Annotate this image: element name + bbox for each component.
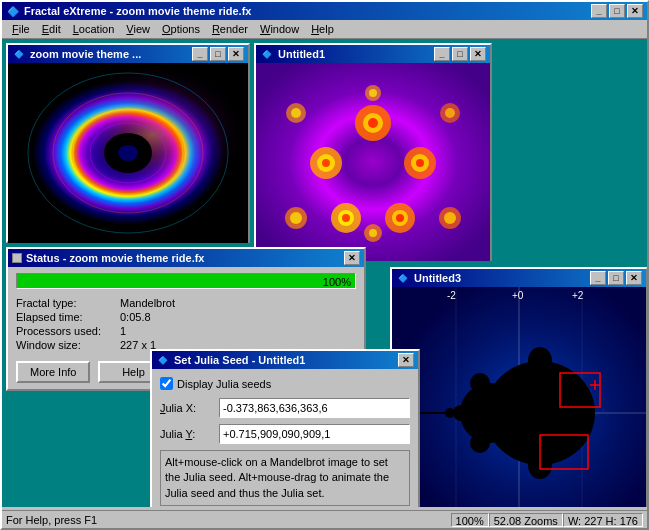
untitled3-controls: _ □ ✕ xyxy=(590,271,642,285)
julia-y-label: Julia Y: xyxy=(160,428,215,440)
menu-view[interactable]: View xyxy=(120,22,156,36)
svg-point-17 xyxy=(416,159,424,167)
untitled1-close[interactable]: ✕ xyxy=(470,47,486,61)
zoom-percent: 100% xyxy=(451,513,489,527)
julia-dialog-close-btn[interactable]: ✕ xyxy=(398,353,414,367)
help-text: For Help, press F1 xyxy=(6,514,97,526)
processors-value: 1 xyxy=(120,325,356,337)
svg-point-11 xyxy=(368,118,378,128)
untitled1-canvas[interactable] xyxy=(256,63,490,261)
untitled1-title-bar: 🔷 Untitled1 _ □ ✕ xyxy=(256,45,490,63)
menu-edit[interactable]: Edit xyxy=(36,22,67,36)
menu-options[interactable]: Options xyxy=(156,22,206,36)
untitled1-minimize[interactable]: _ xyxy=(434,47,450,61)
status-title: Status - zoom movie theme ride.fx xyxy=(26,252,344,264)
zoom-movie-controls: _ □ ✕ xyxy=(192,47,244,61)
zoom-movie-title-bar: 🔷 zoom movie theme ... _ □ ✕ xyxy=(8,45,248,63)
svg-point-31 xyxy=(445,108,455,118)
progress-bar-fill xyxy=(17,274,355,288)
svg-point-20 xyxy=(342,214,350,222)
julia-dialog-controls: ✕ xyxy=(398,353,414,367)
zoom-movie-minimize[interactable]: _ xyxy=(192,47,208,61)
progress-text: 100% xyxy=(323,274,351,290)
svg-text:-2: -2 xyxy=(447,290,456,301)
svg-point-29 xyxy=(291,108,301,118)
main-maximize-button[interactable]: □ xyxy=(609,4,625,18)
zoom-movie-maximize[interactable]: □ xyxy=(210,47,226,61)
progress-bar-container: 100% xyxy=(16,273,356,289)
menu-render[interactable]: Render xyxy=(206,22,254,36)
svg-point-52 xyxy=(445,408,455,418)
status-close[interactable]: ✕ xyxy=(344,251,360,265)
untitled3-title-bar: 🔷 Untitled3 _ □ ✕ xyxy=(392,269,646,287)
menu-bar: File Edit Location View Options Render W… xyxy=(2,20,647,39)
fractal-type-label: Fractal type: xyxy=(16,297,116,309)
untitled3-minimize[interactable]: _ xyxy=(590,271,606,285)
mandelbrot-svg: -2 +0 +2 xyxy=(392,287,646,507)
untitled1-controls: _ □ ✕ xyxy=(434,47,486,61)
svg-point-33 xyxy=(369,229,377,237)
window-size-label: Window size: xyxy=(16,339,116,351)
main-minimize-button[interactable]: _ xyxy=(591,4,607,18)
window-dimensions: W: 227 H: 176 xyxy=(563,513,643,527)
svg-point-46 xyxy=(528,347,552,375)
svg-text:+0: +0 xyxy=(512,290,524,301)
status-icon xyxy=(12,253,22,263)
app-content: 🔷 zoom movie theme ... _ □ ✕ xyxy=(2,39,647,507)
svg-point-23 xyxy=(396,214,404,222)
julia-y-row: Julia Y: xyxy=(160,424,410,444)
svg-text:+2: +2 xyxy=(572,290,584,301)
main-window: 🔷 Fractal eXtreme - zoom movie theme rid… xyxy=(0,0,649,530)
untitled3-maximize[interactable]: □ xyxy=(608,271,624,285)
svg-point-49 xyxy=(470,433,490,453)
svg-point-7 xyxy=(118,145,138,161)
zooms-count: 52.08 Zooms xyxy=(489,513,563,527)
zoom-movie-close[interactable]: ✕ xyxy=(228,47,244,61)
app-icon: 🔷 xyxy=(6,4,20,18)
zoom-movie-window: 🔷 zoom movie theme ... _ □ ✕ xyxy=(6,43,250,243)
untitled3-title: Untitled3 xyxy=(414,272,590,284)
julia-dialog-content: Display Julia seeds Julia X: Julia Y: Al… xyxy=(152,369,418,507)
fractal-type-value: Mandelbrot xyxy=(120,297,356,309)
svg-point-50 xyxy=(453,405,469,421)
untitled1-icon: 🔷 xyxy=(260,47,274,61)
julia-fractal-svg xyxy=(256,63,490,261)
zoom-movie-fractal-svg xyxy=(8,63,248,243)
julia-title-bar: 🔷 Set Julia Seed - Untitled1 ✕ xyxy=(152,351,418,369)
status-info-grid: Fractal type: Mandelbrot Elapsed time: 0… xyxy=(8,293,364,355)
julia-dialog: 🔷 Set Julia Seed - Untitled1 ✕ Display J… xyxy=(150,349,420,507)
julia-y-input[interactable] xyxy=(219,424,410,444)
more-info-button[interactable]: More Info xyxy=(16,361,90,383)
untitled3-canvas[interactable]: -2 +0 +2 xyxy=(392,287,646,507)
untitled3-close[interactable]: ✕ xyxy=(626,271,642,285)
untitled3-window: 🔷 Untitled3 _ □ ✕ xyxy=(390,267,647,507)
main-title: Fractal eXtreme - zoom movie theme ride.… xyxy=(24,5,591,17)
elapsed-value: 0:05.8 xyxy=(120,311,356,323)
display-julia-seeds-label: Display Julia seeds xyxy=(177,378,271,390)
display-julia-seeds-row: Display Julia seeds xyxy=(160,377,410,390)
main-window-controls: _ □ ✕ xyxy=(591,4,643,18)
status-title-bar: Status - zoom movie theme ride.fx ✕ xyxy=(8,249,364,267)
zoom-movie-canvas[interactable] xyxy=(8,63,248,243)
untitled1-title: Untitled1 xyxy=(278,48,434,60)
untitled1-maximize[interactable]: □ xyxy=(452,47,468,61)
menu-help[interactable]: Help xyxy=(305,22,340,36)
julia-x-input[interactable] xyxy=(219,398,410,418)
status-controls: ✕ xyxy=(344,251,360,265)
display-julia-seeds-checkbox[interactable] xyxy=(160,377,173,390)
untitled1-window: 🔷 Untitled1 _ □ ✕ xyxy=(254,43,492,261)
svg-point-14 xyxy=(322,159,330,167)
main-close-button[interactable]: ✕ xyxy=(627,4,643,18)
svg-point-27 xyxy=(444,212,456,224)
julia-x-label: Julia X: xyxy=(160,402,215,414)
zoom-movie-title: zoom movie theme ... xyxy=(30,48,192,60)
processors-label: Processors used: xyxy=(16,325,116,337)
svg-point-25 xyxy=(290,212,302,224)
untitled3-icon: 🔷 xyxy=(396,271,410,285)
julia-dialog-icon: 🔷 xyxy=(156,353,170,367)
svg-point-35 xyxy=(369,89,377,97)
menu-location[interactable]: Location xyxy=(67,22,121,36)
menu-file[interactable]: File xyxy=(6,22,36,36)
zoom-movie-icon: 🔷 xyxy=(12,47,26,61)
menu-window[interactable]: Window xyxy=(254,22,305,36)
